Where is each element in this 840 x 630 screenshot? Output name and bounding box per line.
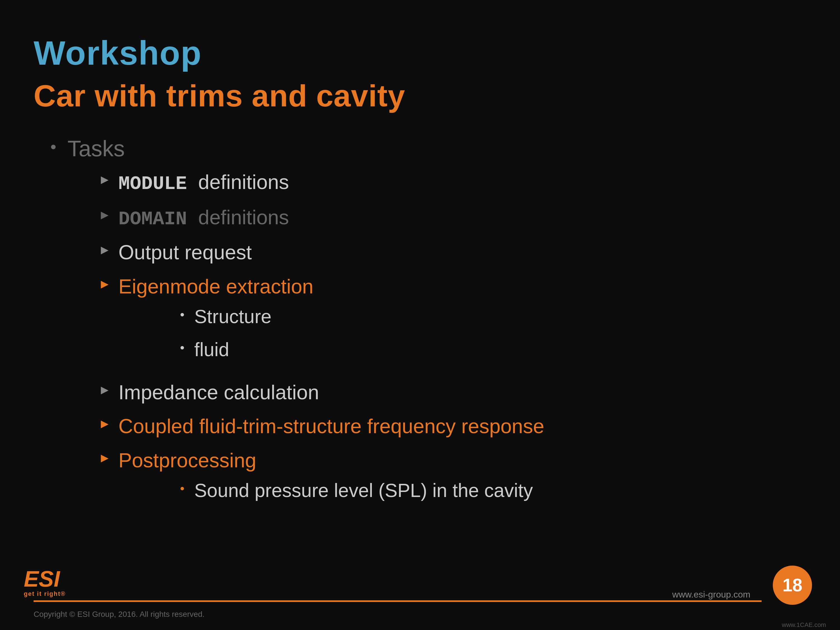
eigenmode-content: Eigenmode extraction • Structure • fluid xyxy=(118,275,313,370)
domain-text: DOMAIN definitions xyxy=(118,205,289,231)
module-item: ▸ MODULE definitions xyxy=(101,170,807,196)
structure-item: • Structure xyxy=(180,304,313,329)
module-keyword: MODULE xyxy=(118,173,187,194)
eigenmode-text: Eigenmode extraction xyxy=(118,275,313,298)
page-number: 18 xyxy=(782,575,802,595)
domain-keyword: DOMAIN xyxy=(118,208,187,230)
impedance-item: ▸ Impedance calculation xyxy=(101,380,807,404)
footer: ESI get it right® www.esi-group.com 18 C… xyxy=(0,585,840,630)
postprocessing-content: Postprocessing • Sound pressure level (S… xyxy=(118,448,533,511)
postprocessing-arrow: ▸ xyxy=(101,450,109,465)
postprocessing-item: ▸ Postprocessing • Sound pressure level … xyxy=(101,448,807,511)
svg-text:ESI: ESI xyxy=(24,567,60,591)
postprocessing-text: Postprocessing xyxy=(118,449,256,472)
svg-text:get it right®: get it right® xyxy=(24,590,66,597)
module-text: MODULE definitions xyxy=(118,170,289,196)
esi-logo-svg: ESI get it right® xyxy=(22,565,84,599)
eigenmode-arrow: ▸ xyxy=(101,276,109,291)
eigenmode-item: ▸ Eigenmode extraction • Structure • flu… xyxy=(101,275,807,370)
footer-website: www.esi-group.com xyxy=(672,589,750,600)
spl-item: • Sound pressure level (SPL) in the cavi… xyxy=(180,478,533,503)
spl-text: Sound pressure level (SPL) in the cavity xyxy=(194,478,533,503)
watermark: www.1CAE.com xyxy=(782,621,826,628)
fluid-item: • fluid xyxy=(180,337,313,362)
module-arrow: ▸ xyxy=(101,171,109,187)
spl-bullet: • xyxy=(180,482,185,495)
tasks-item: • Tasks xyxy=(51,136,807,161)
slide-title: Workshop xyxy=(33,33,807,72)
copyright: Copyright © ESI Group, 2016. All rights … xyxy=(33,610,204,619)
output-item: ▸ Output request xyxy=(101,240,807,264)
structure-bullet: • xyxy=(180,308,185,321)
structure-text: Structure xyxy=(194,304,272,329)
output-text: Output request xyxy=(118,240,252,264)
output-arrow: ▸ xyxy=(101,242,109,257)
slide-subtitle: Car with trims and cavity xyxy=(33,78,807,114)
coupled-text: Coupled fluid-trim-structure frequency r… xyxy=(118,414,544,438)
eigenmode-children: • Structure • fluid xyxy=(118,304,313,362)
impedance-arrow: ▸ xyxy=(101,382,109,397)
esi-logo: ESI get it right® xyxy=(22,565,87,602)
tasks-bullet: • xyxy=(51,139,56,155)
postprocessing-children: • Sound pressure level (SPL) in the cavi… xyxy=(118,478,533,503)
domain-item: ▸ DOMAIN definitions xyxy=(101,205,807,231)
fluid-text: fluid xyxy=(194,337,229,362)
tasks-label: Tasks xyxy=(68,136,125,161)
slide-container: Workshop Car with trims and cavity • Tas… xyxy=(0,0,840,630)
page-number-circle: 18 xyxy=(773,565,812,605)
domain-arrow: ▸ xyxy=(101,207,109,222)
fluid-bullet: • xyxy=(180,341,185,354)
impedance-text: Impedance calculation xyxy=(118,380,319,404)
sub-items-list: ▸ MODULE definitions ▸ DOMAIN definition… xyxy=(51,170,807,511)
coupled-item: ▸ Coupled fluid-trim-structure frequency… xyxy=(101,414,807,438)
footer-line xyxy=(33,600,762,602)
content-area: • Tasks ▸ MODULE definitions ▸ DOMAIN de… xyxy=(33,136,807,511)
coupled-arrow: ▸ xyxy=(101,415,109,431)
